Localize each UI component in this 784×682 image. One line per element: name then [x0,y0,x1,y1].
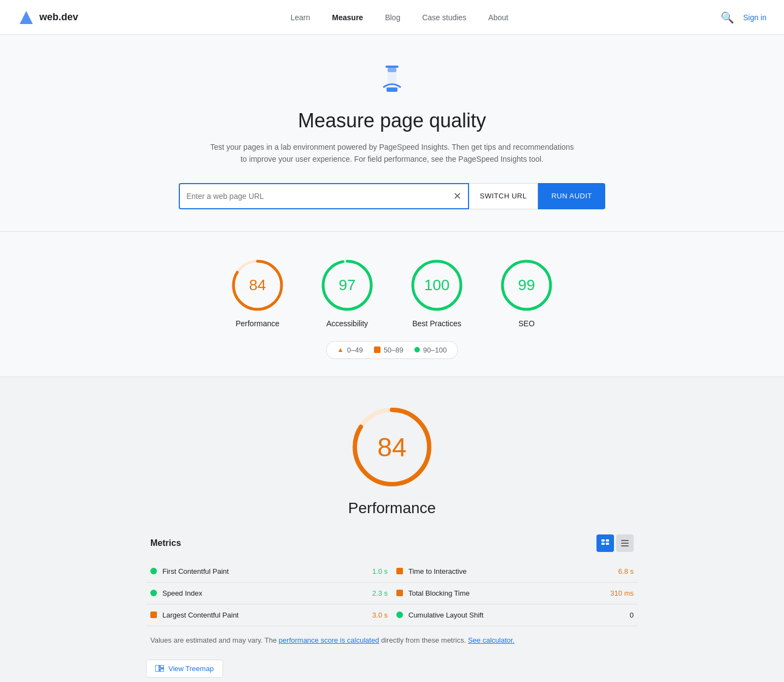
si-indicator [150,590,157,596]
svg-rect-16 [606,539,609,542]
score-item-performance: 84 Performance [230,258,285,328]
metrics-section: Metrics [146,534,638,678]
tti-indicator [396,568,403,574]
nav-learn[interactable]: Learn [282,9,319,26]
performance-title: Performance [13,499,771,517]
switch-url-button[interactable]: SWITCH URL [469,183,539,209]
view-treemap-button[interactable]: View Treemap [146,660,223,678]
perf-score-link[interactable]: performance score is calculated [279,636,379,644]
legend: ▲ 0–49 50–89 90–100 [326,341,458,359]
svg-rect-20 [621,543,629,544]
logo-icon [17,9,35,26]
metric-tbt: Total Blocking Time 310 ms [392,583,638,604]
lighthouse-icon [375,61,409,96]
svg-rect-24 [160,669,164,672]
logo[interactable]: web.dev [17,9,78,26]
svg-rect-21 [621,545,629,546]
svg-rect-22 [155,665,159,672]
score-circle-best-practices: 100 [409,258,464,313]
circle-icon [414,347,420,352]
score-number-accessibility: 97 [338,277,355,294]
svg-rect-3 [388,68,396,72]
hero-title: Measure page quality [13,109,771,132]
scores-section: 84 Performance 97 Accessibility 100 Best [0,232,784,377]
svg-rect-23 [160,665,164,668]
fcp-label: First Contentful Paint [162,567,367,575]
score-circle-seo: 99 [499,258,554,313]
performance-circle: 84 [348,403,436,491]
tbt-value: 310 ms [610,589,634,597]
fcp-indicator [150,568,157,574]
navigation: web.dev Learn Measure Blog Case studies … [0,0,784,35]
nav-right: 🔍 Sign in [721,11,767,24]
svg-rect-18 [606,543,609,545]
performance-score-area: 84 Performance [13,403,771,517]
si-label: Speed Index [162,589,367,597]
search-icon[interactable]: 🔍 [721,11,734,24]
tti-value: 6.8 s [618,567,634,575]
cls-label: Cumulative Layout Shift [408,611,624,619]
square-icon [374,346,381,353]
metrics-footer: Values are estimated and may vary. The p… [146,626,638,655]
metric-lcp: Largest Contentful Paint 3.0 s [146,604,392,626]
tti-label: Time to Interactive [408,567,613,575]
metrics-header: Metrics [146,534,638,552]
grid-view-button[interactable] [596,534,614,552]
cls-indicator [396,612,403,618]
cls-value: 0 [630,611,634,619]
lcp-value: 3.0 s [372,611,388,619]
footer-text: Values are estimated and may vary. The [150,636,279,644]
nav-blog[interactable]: Blog [376,9,409,26]
tbt-indicator [396,590,403,596]
url-input-wrapper: ✕ [179,183,469,209]
metric-si: Speed Index 2.3 s [146,583,392,604]
legend-item-orange: 50–89 [374,346,403,354]
score-circle-performance: 84 [230,258,285,313]
score-item-best-practices: 100 Best Practices [409,258,464,328]
legend-range-red: 0–49 [347,346,363,354]
url-input[interactable] [186,192,453,201]
metrics-view-toggle [596,534,634,552]
calculator-link[interactable]: See calculator. [468,636,514,644]
score-label-performance: Performance [236,319,279,328]
performance-score-number: 84 [377,432,406,462]
legend-range-green: 90–100 [423,346,447,354]
svg-rect-4 [387,87,397,92]
scores-row: 84 Performance 97 Accessibility 100 Best [13,258,771,328]
treemap-label: View Treemap [168,665,214,673]
list-view-button[interactable] [616,534,634,552]
score-label-best-practices: Best Practices [412,319,461,328]
metric-tti: Time to Interactive 6.8 s [392,561,638,583]
metrics-title: Metrics [150,538,181,548]
svg-marker-0 [20,11,33,24]
footer-middle: directly from these metrics. [379,636,468,644]
nav-case-studies[interactable]: Case studies [413,9,475,26]
lcp-label: Largest Contentful Paint [162,611,367,619]
legend-item-red: ▲ 0–49 [337,346,363,354]
legend-range-orange: 50–89 [384,346,403,354]
score-label-seo: SEO [518,319,535,328]
nav-links: Learn Measure Blog Case studies About [282,9,517,26]
hero-section: Measure page quality Test your pages in … [0,35,784,232]
svg-rect-17 [601,543,605,545]
score-number-best-practices: 100 [424,277,450,294]
score-label-accessibility: Accessibility [326,319,368,328]
run-audit-button[interactable]: RUN AUDIT [538,183,605,209]
svg-rect-19 [621,540,629,541]
si-value: 2.3 s [372,589,388,597]
nav-measure[interactable]: Measure [323,9,372,26]
clear-icon[interactable]: ✕ [453,190,461,202]
score-item-accessibility: 97 Accessibility [320,258,375,328]
legend-item-green: 90–100 [414,346,447,354]
treemap-icon [155,665,164,672]
nav-about[interactable]: About [479,9,517,26]
hero-subtitle: Test your pages in a lab environment pow… [206,141,578,166]
score-circle-accessibility: 97 [320,258,375,313]
signin-button[interactable]: Sign in [743,13,767,22]
logo-text: web.dev [39,11,78,23]
fcp-value: 1.0 s [372,567,388,575]
metric-fcp: First Contentful Paint 1.0 s [146,561,392,583]
lcp-indicator [150,612,157,618]
score-number-seo: 99 [518,277,535,294]
performance-section: 84 Performance Metrics [0,377,784,682]
